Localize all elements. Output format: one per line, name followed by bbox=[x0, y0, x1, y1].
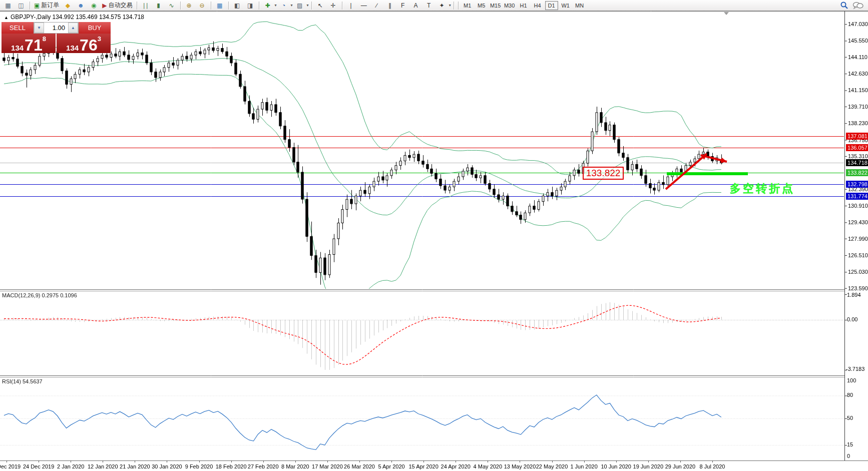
pivot-note-text[interactable]: 多空转折点 bbox=[730, 181, 795, 196]
timeframe-toolbar: M1M5M15M30H1H4D1W1MN bbox=[461, 1, 587, 10]
toolbar-buttons: ▦◫▣新订单◆☻◉▶自动交易∣∣▮∿⊕⊖▦◧◨✚▾◔▾▨▾↖✛∣—∕∥FAT✦▾ bbox=[2, 1, 456, 11]
chat-icon[interactable] bbox=[852, 2, 863, 10]
chart-title: ▲GBPJPY-,Daily 134.992 135.469 134.575 1… bbox=[4, 14, 144, 21]
timeframe-m1[interactable]: M1 bbox=[461, 1, 474, 10]
toolbar: ▦◫▣新订单◆☻◉▶自动交易∣∣▮∿⊕⊖▦◧◨✚▾◔▾▨▾↖✛∣—∕∥FAT✦▾… bbox=[0, 0, 868, 11]
toolbar-separator bbox=[311, 2, 312, 10]
toolbar-separator bbox=[454, 2, 454, 10]
chart-shift-marker[interactable] bbox=[724, 12, 729, 15]
buy-price-display[interactable]: 134 76 3 bbox=[57, 34, 111, 53]
market-watch-icon[interactable]: ▦ bbox=[2, 1, 14, 11]
buy-price-pips: 76 bbox=[80, 39, 98, 52]
timeframe-d1[interactable]: D1 bbox=[545, 1, 558, 10]
trendline-icon[interactable]: ∕ bbox=[371, 1, 383, 11]
arrange-horizontal-icon[interactable]: ◧ bbox=[231, 1, 243, 11]
buy-price-point: 3 bbox=[98, 36, 101, 42]
toolbar-right bbox=[840, 1, 866, 10]
zoom-out-icon[interactable]: ⊖ bbox=[196, 1, 208, 11]
tile-windows-icon[interactable]: ▦ bbox=[214, 1, 226, 11]
terminal-window: ▦◫▣新订单◆☻◉▶自动交易∣∣▮∿⊕⊖▦◧◨✚▾◔▾▨▾↖✛∣—∕∥FAT✦▾… bbox=[0, 0, 868, 471]
bar-chart-icon[interactable]: ∣∣ bbox=[140, 1, 152, 11]
dropdown-caret[interactable]: ▾ bbox=[275, 3, 277, 8]
text-label-icon[interactable]: T bbox=[423, 1, 435, 11]
dropdown-caret[interactable]: ▾ bbox=[307, 3, 309, 8]
sell-price-pips: 71 bbox=[25, 39, 43, 52]
chart-ohlc-values: 134.992 135.469 134.575 134.718 bbox=[53, 14, 145, 21]
line-chart-icon[interactable]: ∿ bbox=[166, 1, 178, 11]
data-window-icon[interactable]: ◫ bbox=[15, 1, 27, 11]
one-click-trading-panel: SELL ▼ ▲ BUY 134 71 8 134 76 3 bbox=[2, 22, 111, 53]
new-order-button-label: 新订单 bbox=[41, 1, 59, 10]
chart-canvas[interactable] bbox=[0, 0, 868, 471]
timeframe-h4[interactable]: H4 bbox=[531, 1, 544, 10]
candlestick-chart-icon[interactable]: ▮ bbox=[153, 1, 165, 11]
channel-icon[interactable]: ∥ bbox=[384, 1, 396, 11]
sell-price-point: 8 bbox=[43, 36, 46, 42]
periods-icon[interactable]: ◔ bbox=[278, 1, 290, 11]
horizontal-line-icon[interactable]: — bbox=[358, 1, 370, 11]
market-icon[interactable]: ◆ bbox=[62, 1, 74, 11]
shapes-icon[interactable]: ✦ bbox=[436, 1, 448, 11]
timeframe-m15[interactable]: M15 bbox=[489, 1, 502, 10]
timeframe-m30[interactable]: M30 bbox=[503, 1, 516, 10]
timeframe-h1[interactable]: H1 bbox=[517, 1, 530, 10]
signals-icon[interactable]: ☻ bbox=[75, 1, 87, 11]
sell-price-display[interactable]: 134 71 8 bbox=[2, 34, 56, 53]
arrange-vertical-icon[interactable]: ◨ bbox=[244, 1, 256, 11]
toolbar-separator bbox=[180, 2, 181, 10]
timeframe-mn[interactable]: MN bbox=[573, 1, 586, 10]
fibonacci-icon[interactable]: F bbox=[397, 1, 409, 11]
chart-symbol-label: GBPJPY-,Daily bbox=[11, 14, 51, 21]
cursor-icon[interactable]: ↖ bbox=[314, 1, 326, 11]
zoom-in-icon[interactable]: ⊕ bbox=[183, 1, 195, 11]
templates-icon[interactable]: ▨ bbox=[294, 1, 306, 11]
vertical-line-icon[interactable]: ∣ bbox=[345, 1, 357, 11]
toolbar-separator bbox=[211, 2, 211, 10]
autotrading-button-label: 自动交易 bbox=[109, 1, 133, 10]
toolbar-separator bbox=[259, 2, 259, 10]
toolbar-separator bbox=[458, 2, 459, 10]
timeframe-w1[interactable]: W1 bbox=[559, 1, 572, 10]
search-icon[interactable] bbox=[840, 1, 848, 10]
crosshair-icon[interactable]: ✛ bbox=[327, 1, 339, 11]
new-order-button[interactable]: ▣新订单 bbox=[33, 1, 61, 11]
toolbar-separator bbox=[137, 2, 137, 10]
toolbar-separator bbox=[342, 2, 342, 10]
chart-expand-icon[interactable]: ▲ bbox=[4, 15, 9, 20]
toolbar-separator bbox=[30, 2, 30, 10]
add-indicator-icon[interactable]: ✚ bbox=[262, 1, 274, 11]
sell-price-figure: 134 bbox=[11, 44, 24, 52]
autotrading-button[interactable]: ▶自动交易 bbox=[101, 1, 134, 11]
buy-button[interactable]: BUY bbox=[79, 22, 111, 34]
dropdown-caret[interactable]: ▾ bbox=[449, 3, 451, 8]
volume-input[interactable] bbox=[44, 23, 68, 33]
volume-decrease-button[interactable]: ▼ bbox=[34, 23, 44, 33]
buy-price-figure: 134 bbox=[66, 44, 79, 52]
text-icon[interactable]: A bbox=[410, 1, 422, 11]
sell-button[interactable]: SELL bbox=[2, 22, 34, 34]
news-icon[interactable]: ◉ bbox=[88, 1, 100, 11]
toolbar-separator bbox=[228, 2, 229, 10]
price-annotation-label[interactable]: 133.822 bbox=[583, 167, 624, 180]
dropdown-caret[interactable]: ▾ bbox=[291, 3, 293, 8]
volume-increase-button[interactable]: ▲ bbox=[68, 23, 78, 33]
timeframe-m5[interactable]: M5 bbox=[475, 1, 488, 10]
volume-box: ▼ ▲ bbox=[34, 22, 79, 34]
